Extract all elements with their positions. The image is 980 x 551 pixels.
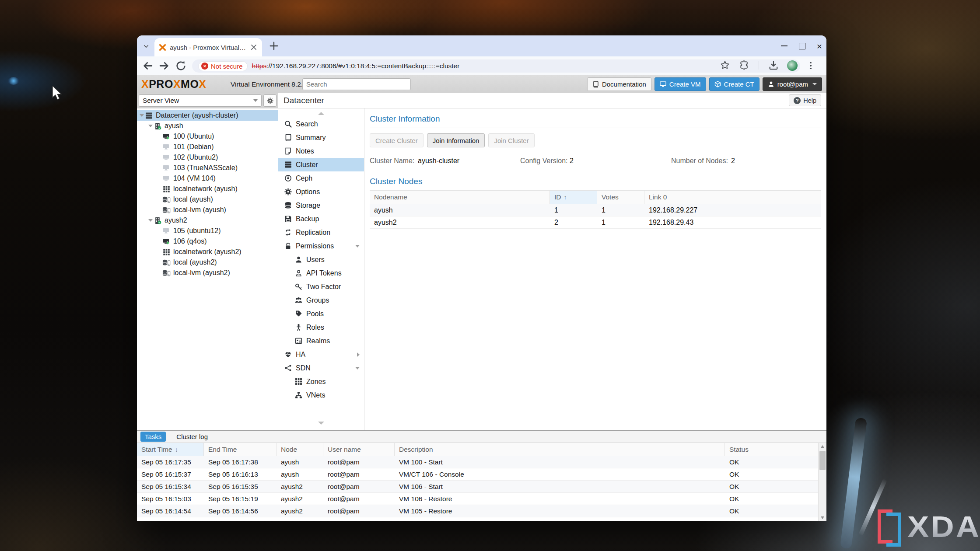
window-close-button[interactable]: × [817,42,822,51]
nav-item[interactable]: Pools [278,307,364,321]
extensions-puzzle-icon[interactable] [739,60,749,70]
nav-item[interactable]: Ceph [278,171,364,185]
help-button[interactable]: ? Help [789,94,821,106]
tree-item[interactable]: 100 (Ubuntu) [137,131,278,142]
col-description[interactable]: Description [395,443,725,456]
nav-item[interactable]: Replication [278,226,364,239]
tab-close-icon[interactable] [250,43,258,51]
join-information-button[interactable]: Join Information [427,133,485,147]
tree-item[interactable]: 105 (ubuntu12) [137,226,278,236]
tree-item[interactable]: Datacenter (ayush-cluster) [137,110,278,121]
scroll-up-icon[interactable] [819,443,826,450]
user-menu-button[interactable]: root@pam [763,77,822,91]
task-row[interactable]: Sep 05 16:17:35 Sep 05 16:17:38 ayush ro… [137,456,819,468]
nav-scroll-up[interactable] [278,109,364,117]
nav-item[interactable]: Options [278,185,364,199]
nav-item[interactable]: Summary [278,131,364,144]
new-tab-button[interactable] [269,41,279,51]
nav-item[interactable]: Roles [278,321,364,334]
nav-item[interactable]: Permissions [278,239,364,253]
tree-settings-button[interactable] [263,94,276,107]
tasks-scrollbar[interactable] [818,443,826,521]
nav-item[interactable]: Notes [278,144,364,158]
col-votes[interactable]: Votes [597,191,644,204]
col-link0[interactable]: Link 0 [644,191,821,204]
col-user-name[interactable]: User name [323,443,395,456]
nav-item[interactable]: Two Factor [278,280,364,293]
tab-cluster-log[interactable]: Cluster log [172,432,212,442]
col-status[interactable]: Status [725,443,819,456]
server-view-select[interactable]: Server View [139,94,262,107]
nav-item[interactable]: Realms [278,334,364,348]
bookmark-star-icon[interactable] [720,60,730,70]
nav-item[interactable]: Zones [278,375,364,388]
browser-menu-button[interactable] [810,60,812,71]
window-minimize-button[interactable] [781,45,788,46]
create-ct-button[interactable]: Create CT [709,77,760,91]
task-row[interactable]: Sep 05 16:15:03 Sep 05 16:15:19 ayush2 r… [137,493,819,505]
expander-icon[interactable] [139,114,145,117]
col-end-time[interactable]: End Time [204,443,276,456]
pve-search-input[interactable] [302,78,411,90]
node-row[interactable]: ayush2 2 1 192.168.29.43 [370,216,821,229]
join-cluster-button[interactable]: Join Cluster [488,133,534,147]
nav-item[interactable]: API Tokens [278,266,364,280]
tab-tasks[interactable]: Tasks [140,432,166,442]
scrollbar-thumb[interactable] [819,451,826,470]
expander-icon[interactable] [147,219,154,222]
monitor-icon [660,81,666,87]
tree-item[interactable]: local (ayush) [137,194,278,205]
chevron-down-icon [812,83,817,85]
tree-item[interactable]: local-lvm (ayush) [137,205,278,215]
create-cluster-button[interactable]: Create Cluster [370,133,424,147]
vm-off-icon [162,175,171,182]
tree-item[interactable]: local (ayush2) [137,257,278,268]
col-id[interactable]: ID↑ [550,191,597,204]
col-node[interactable]: Node [276,443,323,456]
browser-tab[interactable]: ayush - Proxmox Virtual Environ [154,38,262,56]
forward-button[interactable] [159,60,170,71]
tree-item[interactable]: local-lvm (ayush2) [137,268,278,278]
nodes-table-header: Nodename ID↑ Votes Link 0 [370,191,821,204]
nav-item[interactable]: VNets [278,388,364,402]
task-row[interactable]: Sep 05 16:14:54 Sep 05 16:14:56 ayush2 r… [137,505,819,517]
tree-item[interactable]: 101 (Debian) [137,142,278,152]
not-secure-chip[interactable]: × Not secure [198,61,248,71]
tree-item[interactable]: 103 (TrueNASScale) [137,163,278,173]
node-icon [154,122,162,130]
nav-item[interactable]: Users [278,253,364,266]
nav-item[interactable]: HA [278,348,364,361]
tree-item[interactable]: 102 (Ubuntu2) [137,152,278,163]
nav-item[interactable]: Groups [278,293,364,307]
tab-search-button[interactable] [140,41,152,52]
tree-item[interactable]: localnetwork (ayush) [137,184,278,194]
reload-button[interactable] [175,60,186,71]
nav-item[interactable]: Search [278,117,364,131]
scroll-down-icon[interactable] [819,514,826,521]
nav-item[interactable]: Storage [278,199,364,212]
col-start-time[interactable]: Start Time↓ [137,443,204,456]
desktop-glow [8,77,19,85]
tree-item[interactable]: localnetwork (ayush2) [137,247,278,257]
tree-item[interactable]: ayush2 [137,215,278,226]
task-row[interactable]: Sep 05 16:15:37 Sep 05 16:16:13 ayush ro… [137,468,819,481]
col-nodename[interactable]: Nodename [370,191,550,204]
window-maximize-button[interactable] [799,43,805,49]
task-row[interactable]: Sep 05 16:15:34 Sep 05 16:15:35 ayush2 r… [137,481,819,493]
downloads-icon[interactable] [769,60,778,70]
profile-avatar[interactable] [787,60,798,71]
node-row[interactable]: ayush 1 1 192.168.29.227 [370,204,821,216]
tree-item[interactable]: 106 (q4os) [137,236,278,247]
tree-item[interactable]: ayush [137,121,278,131]
nav-item[interactable]: Cluster [278,158,364,171]
nav-scroll-down[interactable] [278,422,364,425]
back-button[interactable] [142,60,153,71]
tree-item[interactable]: 104 (VM 104) [137,173,278,184]
nav-item[interactable]: Backup [278,212,364,226]
create-vm-button[interactable]: Create VM [654,77,706,91]
task-row[interactable]: Sep 05 16:12:29 Sep 05 16:12:50 ayush2 r… [137,517,819,521]
nav-item[interactable]: SDN [278,361,364,375]
expander-icon[interactable] [147,125,154,127]
address-bar[interactable]: × Not secure https://192.168.29.227:8006… [192,59,800,73]
documentation-button[interactable]: Documentation [587,77,651,91]
